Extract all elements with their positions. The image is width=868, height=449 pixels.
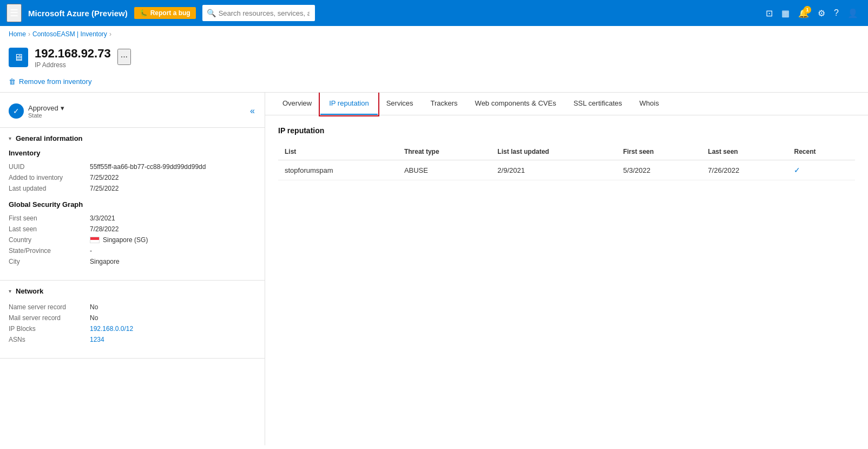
mail-server-row: Mail server record No — [9, 313, 256, 323]
col-header-threat-type: Threat type — [398, 144, 491, 160]
asns-link[interactable]: 1234 — [90, 336, 104, 343]
col-header-first-seen: First seen — [616, 144, 701, 160]
report-bug-button[interactable]: 🐛 Report a bug — [134, 7, 196, 19]
name-server-value: No — [90, 303, 98, 311]
help-icon-button[interactable]: ? — [831, 5, 842, 21]
app-title: Microsoft Azure (Preview) — [28, 9, 128, 18]
cell-recent: ✓ — [787, 160, 855, 180]
last-updated-value: 7/25/2022 — [90, 185, 119, 192]
last-seen-label: Last seen — [9, 225, 90, 233]
col-header-list-last-updated: List last updated — [491, 144, 616, 160]
uuid-label: UUID — [9, 163, 90, 171]
search-wrapper: 🔍 — [202, 5, 527, 21]
tab-ssl-certificates[interactable]: SSL certificates — [565, 93, 631, 115]
ip-reputation-table: List Threat type List last updated First… — [278, 144, 855, 180]
inventory-group: Inventory UUID 55ff55ff-aa66-bb77-cc88-9… — [9, 149, 256, 194]
resource-icon: 🖥 — [9, 48, 28, 67]
breadcrumb: Home › ContosoEASM | Inventory › — [0, 26, 868, 42]
settings-icon-button[interactable]: ⚙ — [814, 5, 828, 22]
network-section-header[interactable]: ▾ Network — [9, 287, 256, 295]
added-to-inventory-row: Added to inventory 7/25/2022 — [9, 172, 256, 183]
hamburger-button[interactable]: ☰ — [6, 4, 22, 22]
city-row: City Singapore — [9, 256, 256, 267]
tab-services[interactable]: Services — [378, 93, 422, 115]
tab-ip-reputation[interactable]: IP reputation — [320, 93, 377, 115]
col-header-last-seen: Last seen — [701, 144, 787, 160]
remove-from-inventory-button[interactable]: 🗑 Remove from inventory — [9, 75, 91, 88]
last-seen-value: 7/28/2022 — [90, 225, 119, 233]
portal-icon-button[interactable]: ⊡ — [762, 5, 776, 22]
general-information-section: ▾ General information Inventory UUID 55f… — [0, 128, 265, 281]
search-input[interactable] — [202, 5, 315, 21]
notification-icon-button[interactable]: 🔔 1 — [795, 5, 812, 22]
name-server-row: Name server record No — [9, 302, 256, 313]
breadcrumb-sep-2: › — [109, 30, 111, 38]
network-section-title: Network — [16, 287, 43, 295]
state-icon: ✓ — [9, 103, 24, 119]
toolbar: 🗑 Remove from inventory — [0, 71, 868, 93]
last-updated-label: Last updated — [9, 185, 90, 192]
more-options-button[interactable]: ··· — [117, 49, 131, 65]
table-header-row: List Threat type List last updated First… — [278, 144, 855, 160]
remove-label: Remove from inventory — [19, 77, 91, 86]
asns-label: ASNs — [9, 336, 90, 343]
state-dropdown-icon: ▾ — [61, 104, 64, 112]
breadcrumb-home[interactable]: Home — [9, 30, 26, 38]
country-label: Country — [9, 236, 90, 244]
report-bug-label: Report a bug — [150, 9, 190, 17]
asns-row: ASNs 1234 — [9, 334, 256, 345]
state-province-value: - — [90, 247, 92, 255]
remove-icon: 🗑 — [9, 77, 16, 86]
cell-last-seen: 7/26/2022 — [701, 160, 787, 180]
mail-server-value: No — [90, 314, 98, 322]
breadcrumb-inventory[interactable]: ContosoEASM | Inventory — [32, 30, 107, 38]
country-value: Singapore (SG) — [90, 236, 148, 244]
state-province-row: State/Province - — [9, 245, 256, 256]
breadcrumb-sep-1: › — [28, 30, 30, 38]
state-sublabel: State — [28, 112, 64, 119]
recent-checkmark-icon: ✓ — [794, 166, 800, 174]
state-label-text: Approved — [28, 104, 58, 112]
network-section: ▾ Network Name server record No Mail ser… — [0, 281, 265, 359]
table-row: stopforumspam ABUSE 2/9/2021 5/3/2022 7/… — [278, 160, 855, 180]
content-layout: ✓ Approved ▾ State « ▾ General informati… — [0, 93, 868, 445]
country-row: Country Singapore (SG) — [9, 235, 256, 245]
ip-blocks-link[interactable]: 192.168.0.0/12 — [90, 325, 133, 333]
singapore-flag-icon — [90, 237, 100, 243]
first-seen-value: 3/3/2021 — [90, 214, 115, 222]
tab-web-components[interactable]: Web components & CVEs — [466, 93, 565, 115]
state-province-label: State/Province — [9, 247, 90, 255]
cell-first-seen: 5/3/2022 — [616, 160, 701, 180]
global-security-group: Global Security Graph First seen 3/3/202… — [9, 200, 256, 267]
page-title: 192.168.92.73 — [35, 47, 111, 61]
country-text: Singapore (SG) — [103, 236, 148, 244]
first-seen-row: First seen 3/3/2021 — [9, 213, 256, 224]
col-header-list: List — [278, 144, 398, 160]
tab-whois[interactable]: Whois — [631, 93, 668, 115]
state-label[interactable]: Approved ▾ — [28, 104, 64, 112]
asns-value: 1234 — [90, 336, 104, 343]
page-header-text: 192.168.92.73 IP Address — [35, 47, 111, 69]
top-navigation: ☰ Microsoft Azure (Preview) 🐛 Report a b… — [0, 0, 868, 26]
mail-server-label: Mail server record — [9, 314, 90, 322]
uuid-value: 55ff55ff-aa66-bb77-cc88-99dd99dd99dd — [90, 163, 206, 171]
state-text: Approved ▾ State — [28, 104, 64, 119]
dashboard-icon-button[interactable]: ▦ — [778, 5, 793, 22]
page-header: 🖥 192.168.92.73 IP Address ··· — [0, 42, 868, 71]
general-section-header[interactable]: ▾ General information — [9, 134, 256, 142]
ip-blocks-value: 192.168.0.0/12 — [90, 325, 133, 333]
city-value: Singapore — [90, 258, 120, 265]
tab-overview[interactable]: Overview — [274, 93, 320, 115]
bug-icon: 🐛 — [140, 9, 148, 17]
tab-trackers[interactable]: Trackers — [422, 93, 466, 115]
global-security-title: Global Security Graph — [9, 200, 256, 209]
account-icon-button[interactable]: 👤 — [844, 5, 862, 22]
nav-icon-group: ⊡ ▦ 🔔 1 ⚙ ? 👤 — [762, 5, 862, 22]
state-section: ✓ Approved ▾ State « — [0, 99, 265, 128]
ip-blocks-row: IP Blocks 192.168.0.0/12 — [9, 323, 256, 334]
col-header-recent: Recent — [787, 144, 855, 160]
ip-blocks-label: IP Blocks — [9, 325, 90, 333]
uuid-row: UUID 55ff55ff-aa66-bb77-cc88-99dd99dd99d… — [9, 161, 256, 172]
collapse-panel-button[interactable]: « — [249, 105, 256, 117]
notification-badge: 1 — [804, 6, 811, 14]
